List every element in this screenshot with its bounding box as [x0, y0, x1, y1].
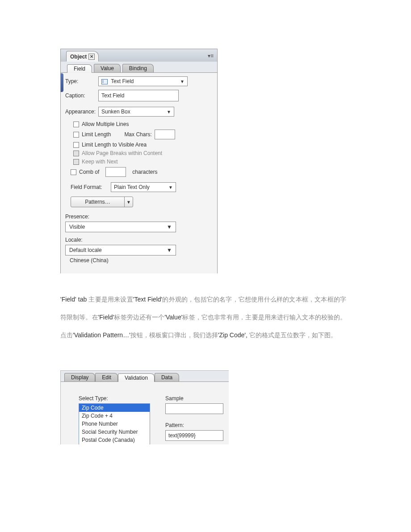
tab-edit[interactable]: Edit — [95, 373, 118, 381]
field-format-select[interactable]: Plain Text Only ▼ — [111, 182, 176, 192]
panel-header: Object ✕ ▾≡ — [61, 49, 217, 62]
field-format-label: Field Format: — [71, 184, 111, 190]
text-segment: 'Field' — [98, 314, 114, 321]
tab-binding[interactable]: Binding — [122, 64, 154, 72]
checkbox-icon — [73, 142, 79, 148]
close-icon[interactable]: ✕ — [88, 54, 95, 60]
locale-select[interactable]: Default locale ▼ — [65, 245, 176, 256]
limit-length-label: Limit Length — [82, 131, 111, 138]
max-chars-input[interactable] — [155, 130, 175, 139]
limit-visible-checkbox[interactable]: Limit Length to Visible Area — [73, 142, 213, 148]
text-segment: 'Validation Pattern…' — [73, 331, 130, 339]
text-segment: 它的格式是五位数字，如下图。 — [249, 331, 337, 339]
characters-label: characters — [132, 169, 157, 175]
tabs-row: Display Edit Validation Data — [61, 371, 229, 382]
text-segment: 标签旁边还有一个 — [114, 314, 164, 321]
appearance-select[interactable]: Sunken Box ▼ — [98, 107, 174, 117]
checkbox-icon — [71, 169, 76, 175]
text-segment: 'Field' tab — [60, 296, 88, 303]
checkbox-icon — [73, 121, 79, 127]
text-segment: 'Value' — [164, 314, 182, 321]
presence-label: Presence: — [65, 214, 213, 220]
panel-menu-icon[interactable]: ▾≡ — [208, 53, 214, 59]
sample-input[interactable] — [165, 403, 223, 414]
panel-title: Object — [70, 54, 87, 60]
presence-select[interactable]: Visible ▼ — [65, 222, 176, 232]
caption-input[interactable]: Text Field — [98, 90, 179, 101]
caption-label: Caption: — [65, 92, 98, 99]
text-field-icon — [101, 79, 108, 84]
allow-multiple-checkbox[interactable]: Allow Multiple Lines — [73, 121, 213, 127]
chevron-down-icon: ▼ — [167, 247, 172, 253]
comb-of-label: Comb of — [79, 169, 99, 175]
sample-label: Sample — [165, 395, 223, 402]
type-label: Type: — [65, 78, 98, 84]
checkbox-icon — [73, 151, 79, 156]
patterns-button[interactable]: Patterns… ▼ — [71, 197, 133, 207]
type-value: Text Field — [111, 78, 134, 84]
checkbox-icon — [73, 132, 79, 138]
keep-with-next-checkbox: Keep with Next — [73, 159, 213, 165]
panel-body: Type: Text Field ▼ Caption: Text Field — [61, 73, 217, 273]
tabs-row: Field Value Binding — [61, 62, 217, 73]
pattern-input[interactable]: text{99999} — [165, 430, 223, 441]
chevron-down-icon[interactable]: ▼ — [125, 197, 133, 207]
select-type-label: Select Type: — [79, 395, 150, 402]
field-format-value: Plain Text Only — [114, 184, 150, 190]
presence-value: Visible — [69, 224, 85, 230]
pattern-label: Pattern: — [165, 422, 223, 428]
tab-value[interactable]: Value — [94, 64, 121, 72]
page: Object ✕ ▾≡ Field Value Binding Type: Te… — [0, 0, 411, 532]
allow-multiple-label: Allow Multiple Lines — [82, 121, 129, 127]
list-item[interactable]: Postal Code (Canada) — [79, 436, 150, 444]
list-item[interactable]: Zip Code + 4 — [79, 412, 150, 420]
keep-with-next-label: Keep with Next — [82, 159, 118, 165]
limit-visible-label: Limit Length to Visible Area — [82, 142, 147, 148]
chevron-down-icon: ▼ — [168, 185, 173, 190]
panel-tab-object[interactable]: Object ✕ — [66, 51, 99, 62]
limit-length-checkbox[interactable]: Limit Length Max Chars: — [73, 130, 213, 139]
chevron-down-icon: ▼ — [180, 79, 185, 84]
text-segment: 按钮，模板窗口弹出，我们选择 — [130, 331, 218, 339]
tab-validation[interactable]: Validation — [118, 373, 155, 382]
pattern-panel: Display Edit Validation Data Select Type… — [60, 370, 229, 444]
checkbox-icon — [73, 159, 79, 165]
text-segment: 'Zip Code', — [218, 331, 249, 339]
description-paragraph: 'Field' tab 主要是用来设置'Text Field'的外观的，包括它的… — [60, 290, 346, 344]
list-item[interactable]: Phone Number — [79, 420, 150, 428]
type-select[interactable]: Text Field ▼ — [98, 76, 188, 86]
appearance-value: Sunken Box — [101, 109, 130, 115]
chevron-down-icon: ▼ — [167, 224, 172, 230]
locale-resolved: Chinese (China) — [70, 257, 213, 264]
object-panel: Object ✕ ▾≡ Field Value Binding Type: Te… — [60, 49, 218, 273]
locale-label: Locale: — [65, 237, 213, 243]
collapse-handle[interactable] — [61, 73, 63, 92]
list-item[interactable]: Zip Code — [79, 404, 150, 412]
comb-of-checkbox[interactable]: Comb of characters — [71, 167, 213, 177]
tab-field[interactable]: Field — [67, 64, 92, 73]
chevron-down-icon: ▼ — [167, 109, 171, 114]
tab-display[interactable]: Display — [64, 373, 95, 381]
caption-value: Text Field — [101, 92, 124, 99]
allow-page-breaks-checkbox: Allow Page Breaks within Content — [73, 150, 213, 156]
max-chars-label: Max Chars: — [124, 131, 151, 138]
comb-count-input[interactable] — [105, 167, 126, 177]
list-item[interactable]: Social Security Number — [79, 428, 150, 436]
panel2-body: Select Type: Zip Code Zip Code + 4 Phone… — [61, 382, 229, 444]
text-segment: 'Text Field' — [133, 296, 162, 303]
patterns-button-label: Patterns… — [71, 197, 125, 207]
text-segment: 主要是用来设置 — [88, 296, 133, 303]
select-type-listbox[interactable]: Zip Code Zip Code + 4 Phone Number Socia… — [79, 403, 150, 444]
tab-data[interactable]: Data — [155, 373, 179, 381]
allow-page-breaks-label: Allow Page Breaks within Content — [82, 150, 162, 156]
appearance-label: Appearance: — [65, 109, 98, 115]
locale-value: Default locale — [69, 247, 102, 253]
